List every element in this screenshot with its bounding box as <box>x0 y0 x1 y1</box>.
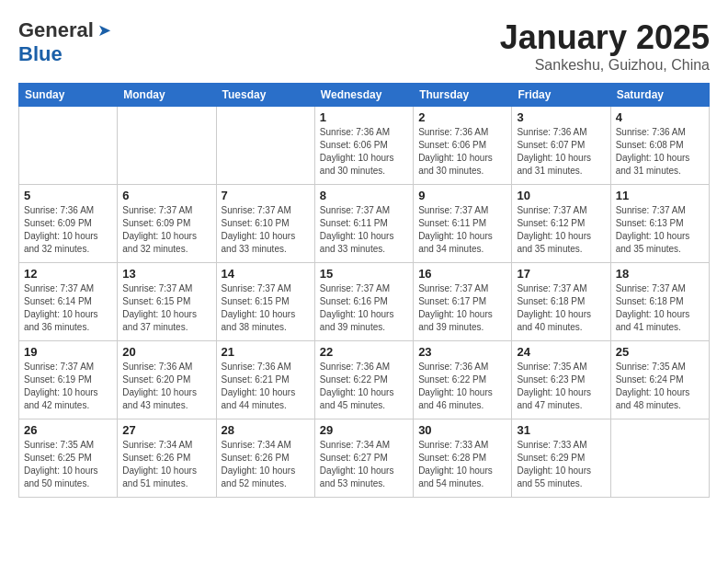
calendar-cell: 12Sunrise: 7:37 AM Sunset: 6:14 PM Dayli… <box>19 263 118 341</box>
day-number: 29 <box>320 423 408 437</box>
calendar-cell: 23Sunrise: 7:36 AM Sunset: 6:22 PM Dayli… <box>414 341 512 419</box>
logo: General ➤ Blue <box>18 18 111 66</box>
calendar-cell: 30Sunrise: 7:33 AM Sunset: 6:28 PM Dayli… <box>414 419 512 498</box>
day-number: 12 <box>24 267 112 281</box>
calendar-table: SundayMondayTuesdayWednesdayThursdayFrid… <box>18 83 710 498</box>
day-info: Sunrise: 7:33 AM Sunset: 6:29 PM Dayligh… <box>517 439 605 490</box>
calendar-cell: 29Sunrise: 7:34 AM Sunset: 6:27 PM Dayli… <box>314 419 413 498</box>
location: Sankeshu, Guizhou, China <box>500 57 710 74</box>
day-number: 5 <box>24 189 112 202</box>
day-number: 23 <box>418 345 506 359</box>
calendar-body: 1Sunrise: 7:36 AM Sunset: 6:06 PM Daylig… <box>19 107 710 498</box>
calendar-cell: 25Sunrise: 7:35 AM Sunset: 6:24 PM Dayli… <box>610 341 709 419</box>
day-info: Sunrise: 7:35 AM Sunset: 6:23 PM Dayligh… <box>517 361 605 412</box>
day-info: Sunrise: 7:33 AM Sunset: 6:28 PM Dayligh… <box>418 439 506 490</box>
week-row-1: 1Sunrise: 7:36 AM Sunset: 6:06 PM Daylig… <box>19 107 710 185</box>
day-number: 30 <box>418 423 506 437</box>
calendar-cell: 27Sunrise: 7:34 AM Sunset: 6:26 PM Dayli… <box>118 419 216 498</box>
header-day-saturday: Saturday <box>610 84 709 107</box>
day-number: 28 <box>222 423 310 437</box>
calendar-cell: 17Sunrise: 7:37 AM Sunset: 6:18 PM Dayli… <box>512 263 610 341</box>
day-info: Sunrise: 7:37 AM Sunset: 6:17 PM Dayligh… <box>418 282 506 334</box>
day-number: 25 <box>616 345 704 359</box>
day-info: Sunrise: 7:36 AM Sunset: 6:09 PM Dayligh… <box>24 204 112 256</box>
day-number: 22 <box>320 345 408 359</box>
calendar-cell: 19Sunrise: 7:37 AM Sunset: 6:19 PM Dayli… <box>19 341 118 419</box>
day-info: Sunrise: 7:36 AM Sunset: 6:06 PM Dayligh… <box>320 126 408 178</box>
day-info: Sunrise: 7:36 AM Sunset: 6:22 PM Dayligh… <box>418 361 506 412</box>
logo-general-text: General <box>18 18 94 42</box>
day-info: Sunrise: 7:36 AM Sunset: 6:06 PM Dayligh… <box>418 126 506 178</box>
calendar-cell: 2Sunrise: 7:36 AM Sunset: 6:06 PM Daylig… <box>414 107 512 185</box>
day-number: 31 <box>517 423 605 437</box>
day-number: 9 <box>418 189 506 202</box>
day-number: 24 <box>517 345 605 359</box>
calendar-cell: 20Sunrise: 7:36 AM Sunset: 6:20 PM Dayli… <box>118 341 216 419</box>
day-number: 27 <box>122 423 210 437</box>
calendar-cell: 16Sunrise: 7:37 AM Sunset: 6:17 PM Dayli… <box>414 263 512 341</box>
calendar-header-row: SundayMondayTuesdayWednesdayThursdayFrid… <box>19 84 710 107</box>
day-info: Sunrise: 7:37 AM Sunset: 6:09 PM Dayligh… <box>122 204 210 256</box>
calendar-cell <box>610 419 709 498</box>
day-info: Sunrise: 7:37 AM Sunset: 6:15 PM Dayligh… <box>222 282 310 334</box>
month-title: January 2025 <box>500 18 710 57</box>
day-number: 20 <box>122 345 210 359</box>
day-info: Sunrise: 7:36 AM Sunset: 6:08 PM Dayligh… <box>616 126 704 178</box>
day-number: 17 <box>517 267 605 281</box>
day-info: Sunrise: 7:37 AM Sunset: 6:19 PM Dayligh… <box>24 361 112 412</box>
header-day-monday: Monday <box>118 84 216 107</box>
week-row-5: 26Sunrise: 7:35 AM Sunset: 6:25 PM Dayli… <box>19 419 710 498</box>
header-day-thursday: Thursday <box>414 84 512 107</box>
day-info: Sunrise: 7:36 AM Sunset: 6:21 PM Dayligh… <box>222 361 310 412</box>
day-number: 11 <box>616 189 704 202</box>
day-number: 26 <box>24 423 112 437</box>
header-day-sunday: Sunday <box>19 84 118 107</box>
day-number: 16 <box>418 267 506 281</box>
week-row-4: 19Sunrise: 7:37 AM Sunset: 6:19 PM Dayli… <box>19 341 710 419</box>
day-number: 6 <box>122 189 210 202</box>
calendar-cell: 14Sunrise: 7:37 AM Sunset: 6:15 PM Dayli… <box>216 263 314 341</box>
day-info: Sunrise: 7:37 AM Sunset: 6:14 PM Dayligh… <box>24 282 112 334</box>
day-info: Sunrise: 7:37 AM Sunset: 6:18 PM Dayligh… <box>616 282 704 334</box>
title-block: January 2025 Sankeshu, Guizhou, China <box>500 18 710 74</box>
calendar-cell: 13Sunrise: 7:37 AM Sunset: 6:15 PM Dayli… <box>118 263 216 341</box>
calendar-cell: 18Sunrise: 7:37 AM Sunset: 6:18 PM Dayli… <box>610 263 709 341</box>
calendar-cell: 7Sunrise: 7:37 AM Sunset: 6:10 PM Daylig… <box>216 185 314 263</box>
calendar-cell: 11Sunrise: 7:37 AM Sunset: 6:13 PM Dayli… <box>610 185 709 263</box>
week-row-2: 5Sunrise: 7:36 AM Sunset: 6:09 PM Daylig… <box>19 185 710 263</box>
day-info: Sunrise: 7:37 AM Sunset: 6:13 PM Dayligh… <box>616 204 704 256</box>
calendar-cell: 6Sunrise: 7:37 AM Sunset: 6:09 PM Daylig… <box>118 185 216 263</box>
day-number: 3 <box>517 110 605 124</box>
day-info: Sunrise: 7:37 AM Sunset: 6:18 PM Dayligh… <box>517 282 605 334</box>
day-info: Sunrise: 7:37 AM Sunset: 6:12 PM Dayligh… <box>517 204 605 256</box>
logo-blue-text: Blue <box>18 42 63 66</box>
calendar-cell <box>216 107 314 185</box>
calendar-cell <box>19 107 118 185</box>
header-day-wednesday: Wednesday <box>314 84 413 107</box>
day-info: Sunrise: 7:37 AM Sunset: 6:11 PM Dayligh… <box>320 204 408 256</box>
calendar-cell: 8Sunrise: 7:37 AM Sunset: 6:11 PM Daylig… <box>314 185 413 263</box>
day-info: Sunrise: 7:34 AM Sunset: 6:27 PM Dayligh… <box>320 439 408 490</box>
day-info: Sunrise: 7:36 AM Sunset: 6:07 PM Dayligh… <box>517 126 605 178</box>
day-number: 4 <box>616 110 704 124</box>
calendar-cell: 9Sunrise: 7:37 AM Sunset: 6:11 PM Daylig… <box>414 185 512 263</box>
calendar-cell: 10Sunrise: 7:37 AM Sunset: 6:12 PM Dayli… <box>512 185 610 263</box>
day-number: 18 <box>616 267 704 281</box>
calendar-cell: 22Sunrise: 7:36 AM Sunset: 6:22 PM Dayli… <box>314 341 413 419</box>
header-day-tuesday: Tuesday <box>216 84 314 107</box>
calendar-cell: 1Sunrise: 7:36 AM Sunset: 6:06 PM Daylig… <box>314 107 413 185</box>
day-number: 21 <box>222 345 310 359</box>
page-header: General ➤ Blue January 2025 Sankeshu, Gu… <box>18 18 710 74</box>
day-info: Sunrise: 7:37 AM Sunset: 6:11 PM Dayligh… <box>418 204 506 256</box>
day-number: 2 <box>418 110 506 124</box>
day-number: 13 <box>122 267 210 281</box>
day-info: Sunrise: 7:36 AM Sunset: 6:20 PM Dayligh… <box>122 361 210 412</box>
calendar-cell: 24Sunrise: 7:35 AM Sunset: 6:23 PM Dayli… <box>512 341 610 419</box>
week-row-3: 12Sunrise: 7:37 AM Sunset: 6:14 PM Dayli… <box>19 263 710 341</box>
day-info: Sunrise: 7:34 AM Sunset: 6:26 PM Dayligh… <box>122 439 210 490</box>
calendar-cell: 21Sunrise: 7:36 AM Sunset: 6:21 PM Dayli… <box>216 341 314 419</box>
day-number: 15 <box>320 267 408 281</box>
calendar-cell: 3Sunrise: 7:36 AM Sunset: 6:07 PM Daylig… <box>512 107 610 185</box>
day-info: Sunrise: 7:36 AM Sunset: 6:22 PM Dayligh… <box>320 361 408 412</box>
calendar-cell: 28Sunrise: 7:34 AM Sunset: 6:26 PM Dayli… <box>216 419 314 498</box>
